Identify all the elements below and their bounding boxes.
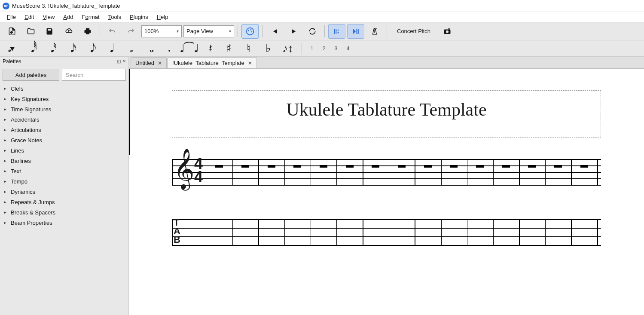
voice-3-button[interactable]: 3 bbox=[332, 46, 340, 52]
flat-button[interactable]: ♭ bbox=[260, 41, 276, 56]
staff-system[interactable]: 𝄞 44 TAB bbox=[172, 159, 601, 245]
loop-button[interactable] bbox=[304, 24, 321, 39]
whole-rest[interactable] bbox=[241, 165, 249, 168]
menu-tools[interactable]: Tools bbox=[104, 13, 125, 21]
palette-repeats-jumps[interactable]: Repeats & Jumps bbox=[0, 197, 128, 207]
whole-rest[interactable] bbox=[372, 165, 379, 168]
palette-barlines[interactable]: Barlines bbox=[0, 156, 128, 166]
loop-in-button[interactable] bbox=[328, 24, 345, 39]
score-title[interactable]: Ukulele Tablature Template bbox=[177, 99, 596, 120]
palette-grace-notes[interactable]: Grace Notes bbox=[0, 135, 128, 145]
close-tab-icon[interactable]: ✕ bbox=[158, 60, 162, 66]
palette-search-input[interactable]: Search bbox=[62, 69, 126, 81]
dot-button[interactable]: . bbox=[162, 41, 177, 56]
menu-edit[interactable]: Edit bbox=[20, 13, 38, 21]
print-button[interactable] bbox=[79, 24, 96, 39]
loop-out-button[interactable] bbox=[347, 24, 364, 39]
rewind-button[interactable] bbox=[266, 24, 283, 39]
voice-4-button[interactable]: 4 bbox=[344, 46, 352, 52]
palette-articulations[interactable]: Articulations bbox=[0, 125, 128, 135]
menu-bar: File Edit View Add Format Tools Plugins … bbox=[0, 12, 644, 22]
whole-rest[interactable] bbox=[398, 165, 406, 168]
barline bbox=[545, 159, 546, 185]
voice-2-button[interactable]: 2 bbox=[320, 46, 328, 52]
32nd-note-button[interactable]: 𝅘𝅥𝅰 bbox=[43, 41, 58, 56]
palette-key-signatures[interactable]: Key Signatures bbox=[0, 94, 128, 104]
palette-clefs[interactable]: Clefs bbox=[0, 83, 128, 94]
barline bbox=[232, 219, 233, 245]
whole-rest[interactable] bbox=[476, 165, 484, 168]
natural-button[interactable]: ♮ bbox=[241, 41, 256, 56]
quarter-note-button[interactable]: 𝅘𝅥 bbox=[102, 41, 118, 56]
palette-tempo[interactable]: Tempo bbox=[0, 176, 128, 187]
cloud-button[interactable] bbox=[60, 24, 77, 39]
voice-1-button[interactable]: 1 bbox=[308, 46, 316, 52]
menu-help[interactable]: Help bbox=[153, 13, 173, 21]
new-file-button[interactable] bbox=[3, 24, 21, 39]
palette-dynamics[interactable]: Dynamics bbox=[0, 187, 128, 197]
undock-icon[interactable]: ◱ bbox=[117, 59, 121, 64]
whole-rest[interactable] bbox=[580, 165, 588, 168]
menu-file[interactable]: File bbox=[3, 13, 20, 21]
whole-rest[interactable] bbox=[450, 165, 458, 168]
half-note-button[interactable]: 𝅗𝅥 bbox=[122, 41, 137, 56]
whole-note-button[interactable]: 𝅝 bbox=[142, 41, 157, 56]
palettes-header: Palettes ◱✕ bbox=[0, 57, 128, 66]
whole-rest[interactable] bbox=[215, 165, 223, 168]
note-input-mode-button[interactable]: 𝅗 ▾ bbox=[3, 41, 19, 56]
whole-rest[interactable] bbox=[528, 165, 536, 168]
menu-view[interactable]: View bbox=[38, 13, 59, 21]
palette-lines[interactable]: Lines bbox=[0, 145, 128, 156]
undo-button[interactable] bbox=[104, 24, 121, 39]
tab-ukulele-template[interactable]: !Ukulele_Tablature_Template✕ bbox=[168, 57, 257, 68]
flip-button[interactable]: ♪↕ bbox=[280, 41, 296, 56]
svg-point-6 bbox=[338, 29, 339, 31]
palette-time-signatures[interactable]: Time Signatures bbox=[0, 104, 128, 114]
score-page[interactable]: Ukulele Tablature Template 𝄞 44 bbox=[129, 69, 644, 315]
palette-toggle-button[interactable] bbox=[241, 24, 259, 39]
tab-staff[interactable]: TAB bbox=[172, 219, 601, 245]
tab-untitled[interactable]: Untitled✕ bbox=[131, 57, 167, 68]
8th-note-button[interactable]: 𝅘𝅥𝅮 bbox=[82, 41, 98, 56]
whole-rest[interactable] bbox=[502, 165, 510, 168]
redo-button[interactable] bbox=[122, 24, 140, 39]
whole-rest[interactable] bbox=[293, 165, 301, 168]
tie-button[interactable]: ♩⁀♩ bbox=[181, 41, 197, 56]
play-button[interactable] bbox=[285, 24, 302, 39]
screenshot-button[interactable] bbox=[439, 24, 456, 39]
close-panel-icon[interactable]: ✕ bbox=[122, 59, 126, 64]
metronome-button[interactable] bbox=[366, 24, 383, 39]
title-frame[interactable]: Ukulele Tablature Template bbox=[172, 90, 601, 138]
barline bbox=[571, 159, 572, 185]
treble-staff[interactable]: 𝄞 44 bbox=[172, 159, 601, 185]
palette-accidentals[interactable]: Accidentals bbox=[0, 114, 128, 125]
whole-rest[interactable] bbox=[320, 165, 327, 168]
64th-note-button[interactable]: 𝅘𝅥𝅱 bbox=[23, 41, 39, 56]
open-file-button[interactable] bbox=[22, 24, 40, 39]
add-palettes-button[interactable]: Add palettes bbox=[3, 69, 59, 81]
whole-rest[interactable] bbox=[268, 165, 275, 168]
toolbar-separator bbox=[324, 25, 325, 37]
menu-format[interactable]: Format bbox=[77, 13, 104, 21]
sharp-button[interactable]: ♯ bbox=[221, 41, 236, 56]
concert-pitch-button[interactable]: Concert Pitch bbox=[391, 25, 437, 38]
system-barline bbox=[129, 69, 130, 155]
rest-button[interactable]: 𝄽 bbox=[201, 41, 217, 56]
whole-rest[interactable] bbox=[554, 165, 562, 168]
whole-rest[interactable] bbox=[346, 165, 354, 168]
whole-rest[interactable] bbox=[424, 165, 432, 168]
barline bbox=[467, 159, 468, 185]
barline bbox=[441, 219, 442, 245]
palette-beam-properties[interactable]: Beam Properties bbox=[0, 217, 128, 228]
palette-breaks-spacers[interactable]: Breaks & Spacers bbox=[0, 207, 128, 217]
zoom-select[interactable]: 100% bbox=[141, 25, 182, 37]
menu-plugins[interactable]: Plugins bbox=[125, 13, 153, 21]
barline bbox=[363, 219, 363, 245]
save-button[interactable] bbox=[41, 24, 58, 39]
view-mode-select[interactable]: Page View bbox=[183, 25, 234, 37]
menu-add[interactable]: Add bbox=[59, 13, 77, 21]
16th-note-button[interactable]: 𝅘𝅥𝅯 bbox=[63, 41, 78, 56]
main-toolbar: 100% Page View Concert Pitch bbox=[0, 22, 644, 40]
palette-text[interactable]: Text bbox=[0, 166, 128, 176]
close-tab-icon[interactable]: ✕ bbox=[248, 60, 252, 66]
